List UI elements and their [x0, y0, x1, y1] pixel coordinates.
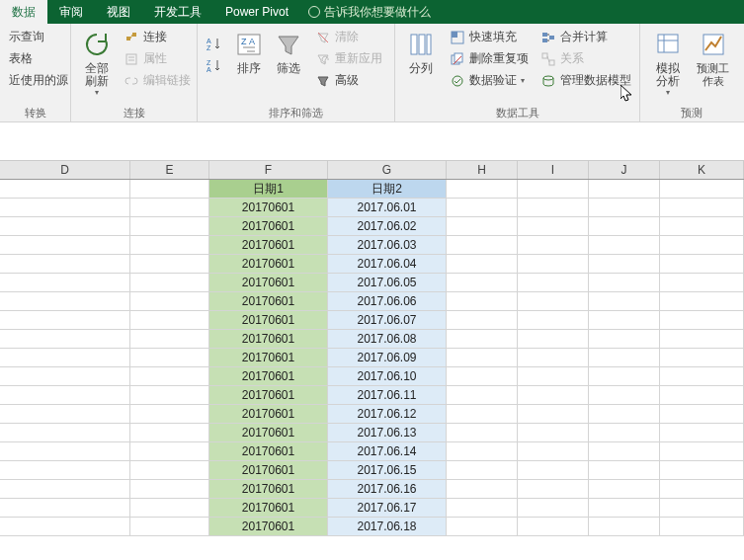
cell[interactable]	[518, 349, 589, 367]
spreadsheet[interactable]: D E F G H I J K 日期1日期2201706012017.06.01…	[0, 122, 744, 560]
tab-powerpivot[interactable]: Power Pivot	[213, 0, 300, 24]
cell[interactable]	[0, 518, 130, 536]
cell[interactable]	[447, 292, 518, 311]
cell[interactable]	[589, 292, 660, 311]
cell[interactable]	[447, 255, 518, 274]
colhdr-H[interactable]: H	[447, 161, 518, 179]
refresh-all-button[interactable]: 全部刷新 ▾	[77, 27, 117, 97]
cell[interactable]	[0, 330, 130, 349]
cell[interactable]: 20170601	[209, 349, 328, 367]
tab-data[interactable]: 数据	[0, 0, 47, 24]
cell[interactable]	[130, 499, 209, 518]
cell[interactable]	[518, 405, 589, 424]
cell[interactable]: 20170601	[209, 367, 328, 386]
cell[interactable]	[130, 367, 209, 386]
forecast-sheet-button[interactable]: 预测工作表	[689, 27, 737, 88]
cell[interactable]	[447, 480, 518, 499]
cell[interactable]: 20170601	[209, 499, 328, 518]
cell[interactable]	[589, 236, 660, 255]
cell[interactable]: 2017.06.14	[328, 442, 447, 461]
cell[interactable]	[447, 330, 518, 349]
cell[interactable]	[518, 461, 589, 480]
cell[interactable]	[518, 330, 589, 349]
cell[interactable]	[447, 180, 518, 199]
cell[interactable]: 20170601	[209, 424, 328, 442]
cell[interactable]	[660, 518, 744, 536]
cell[interactable]: 2017.06.15	[328, 461, 447, 480]
connections-button[interactable]: 连接	[121, 27, 194, 47]
cell[interactable]: 日期1	[209, 180, 328, 199]
cell[interactable]	[660, 330, 744, 349]
table-row[interactable]: 201706012017.06.16	[0, 480, 744, 499]
cell[interactable]: 20170601	[209, 311, 328, 330]
cell[interactable]	[518, 442, 589, 461]
cell[interactable]	[518, 386, 589, 405]
cell[interactable]	[447, 367, 518, 386]
cell[interactable]	[589, 442, 660, 461]
cell[interactable]	[447, 217, 518, 236]
cell[interactable]	[660, 217, 744, 236]
cell[interactable]: 2017.06.03	[328, 236, 447, 255]
cell[interactable]: 2017.06.08	[328, 330, 447, 349]
table-row[interactable]: 日期1日期2	[0, 180, 744, 199]
cell[interactable]: 2017.06.07	[328, 311, 447, 330]
cell[interactable]	[589, 330, 660, 349]
cell[interactable]	[518, 199, 589, 217]
cell[interactable]	[447, 461, 518, 480]
cell[interactable]: 20170601	[209, 386, 328, 405]
cell[interactable]	[518, 236, 589, 255]
cell[interactable]	[130, 199, 209, 217]
from-table-button[interactable]: 表格	[6, 48, 71, 69]
cell[interactable]: 20170601	[209, 442, 328, 461]
cell[interactable]	[589, 367, 660, 386]
cell[interactable]	[0, 199, 130, 217]
cell[interactable]	[447, 199, 518, 217]
cell[interactable]	[0, 349, 130, 367]
cell[interactable]	[130, 217, 209, 236]
cell[interactable]	[447, 442, 518, 461]
cell[interactable]: 20170601	[209, 292, 328, 311]
cell[interactable]	[518, 180, 589, 199]
remove-duplicates-button[interactable]: 删除重复项	[447, 48, 532, 69]
cell[interactable]	[447, 386, 518, 405]
cell[interactable]	[447, 236, 518, 255]
flash-fill-button[interactable]: 快速填充	[447, 27, 532, 47]
colhdr-K[interactable]: K	[660, 161, 744, 179]
cell[interactable]	[0, 367, 130, 386]
data-validation-button[interactable]: 数据验证 ▾	[447, 70, 532, 91]
cell[interactable]	[660, 180, 744, 199]
cell[interactable]	[589, 386, 660, 405]
cell[interactable]	[447, 499, 518, 518]
cell[interactable]: 20170601	[209, 236, 328, 255]
filter-button[interactable]: 筛选	[269, 27, 308, 75]
cell[interactable]	[518, 480, 589, 499]
cell[interactable]	[660, 367, 744, 386]
text-to-columns-button[interactable]: 分列	[401, 27, 441, 75]
cell[interactable]	[130, 518, 209, 536]
cell[interactable]	[518, 518, 589, 536]
cell[interactable]	[660, 349, 744, 367]
cell[interactable]: 2017.06.09	[328, 349, 447, 367]
table-row[interactable]: 201706012017.06.17	[0, 499, 744, 518]
cell[interactable]	[0, 236, 130, 255]
cell[interactable]	[130, 442, 209, 461]
cell[interactable]	[0, 292, 130, 311]
cell[interactable]	[589, 405, 660, 424]
table-row[interactable]: 201706012017.06.18	[0, 518, 744, 536]
table-row[interactable]: 201706012017.06.06	[0, 292, 744, 311]
what-if-button[interactable]: 模拟分析 ▾	[646, 27, 689, 97]
cell[interactable]	[589, 311, 660, 330]
table-row[interactable]: 201706012017.06.04	[0, 255, 744, 274]
table-row[interactable]: 201706012017.06.13	[0, 424, 744, 442]
recent-sources-button[interactable]: 近使用的源	[6, 70, 71, 91]
cell[interactable]: 20170601	[209, 217, 328, 236]
cell[interactable]: 2017.06.16	[328, 480, 447, 499]
cell[interactable]	[130, 236, 209, 255]
colhdr-F[interactable]: F	[209, 161, 328, 179]
cell[interactable]	[0, 255, 130, 274]
table-row[interactable]: 201706012017.06.14	[0, 442, 744, 461]
cell[interactable]	[0, 405, 130, 424]
table-row[interactable]: 201706012017.06.10	[0, 367, 744, 386]
cell[interactable]	[589, 255, 660, 274]
cell[interactable]	[518, 424, 589, 442]
